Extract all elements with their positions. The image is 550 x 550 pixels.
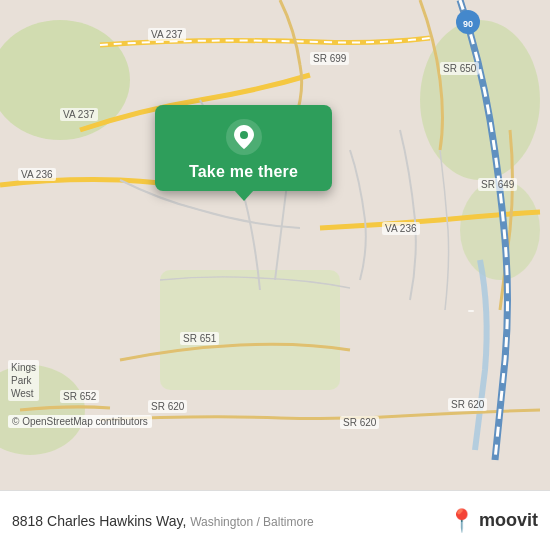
address-line: 8818 Charles Hawkins Way, Washington / B… bbox=[12, 513, 440, 529]
moovit-pin-icon: 📍 bbox=[448, 508, 475, 534]
svg-point-9 bbox=[240, 131, 248, 139]
take-me-there-popup[interactable]: Take me there bbox=[155, 105, 332, 191]
moovit-logo-text: moovit bbox=[479, 510, 538, 531]
road-label-sr620-br: SR 620 bbox=[448, 398, 487, 411]
road-label-sr649: SR 649 bbox=[478, 178, 517, 191]
osm-credit: © OpenStreetMap contributors bbox=[8, 415, 152, 428]
road-label-sr699: SR 699 bbox=[310, 52, 349, 65]
svg-point-2 bbox=[420, 20, 540, 180]
road-label-sr620-fr: SR 620 bbox=[340, 416, 379, 429]
popup-label: Take me there bbox=[189, 163, 298, 181]
road-label-va237-top: VA 237 bbox=[148, 28, 186, 41]
bottom-bar: 8818 Charles Hawkins Way, Washington / B… bbox=[0, 490, 550, 550]
road-label-sr651: SR 651 bbox=[180, 332, 219, 345]
moovit-logo: 📍 moovit bbox=[448, 508, 538, 534]
road-label-va236-left: VA 236 bbox=[18, 168, 56, 181]
road-label-kings-park-west: Kings Park West bbox=[8, 360, 39, 401]
road-label-accotink bbox=[468, 310, 474, 312]
road-label-sr652: SR 652 bbox=[60, 390, 99, 403]
city-text: Washington / Baltimore bbox=[190, 515, 314, 529]
location-pin-icon bbox=[226, 119, 262, 155]
road-label-sr650: SR 650 bbox=[440, 62, 479, 75]
road-label-va237-left: VA 237 bbox=[60, 108, 98, 121]
svg-rect-5 bbox=[160, 270, 340, 390]
svg-text:90: 90 bbox=[463, 19, 473, 29]
address-block: 8818 Charles Hawkins Way, Washington / B… bbox=[12, 513, 440, 529]
road-label-va236-right: VA 236 bbox=[382, 222, 420, 235]
road-label-sr620-bl: SR 620 bbox=[148, 400, 187, 413]
map-area: 90 VA 237 VA 237 VA 236 VA 236 SR 699 SR… bbox=[0, 0, 550, 490]
address-text: 8818 Charles Hawkins Way, bbox=[12, 513, 186, 529]
